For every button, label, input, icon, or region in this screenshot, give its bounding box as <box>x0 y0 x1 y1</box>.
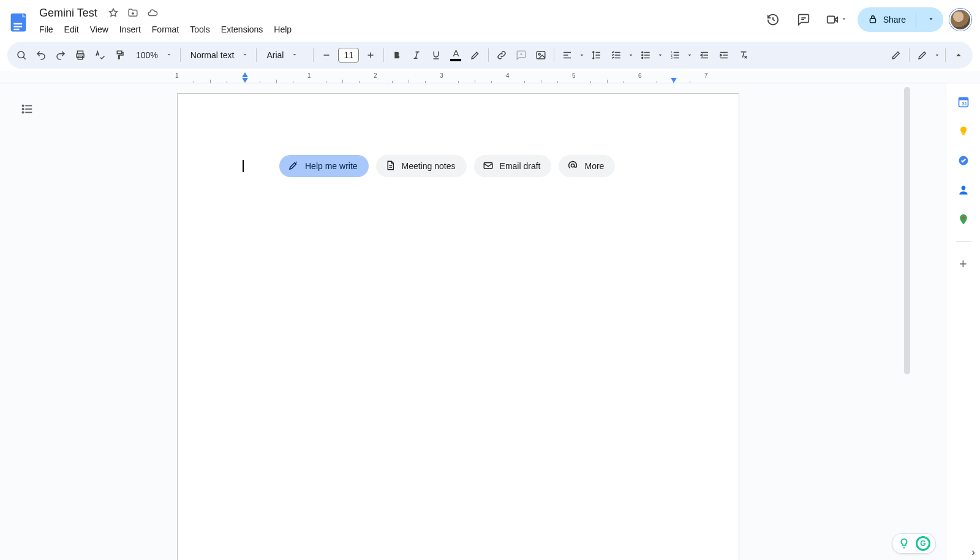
ruler-label: 1 <box>175 72 179 79</box>
first-line-indent-marker[interactable] <box>242 72 248 77</box>
ruler-label: 4 <box>506 72 510 79</box>
document-title[interactable]: Gemini Test <box>36 6 101 21</box>
align-icon[interactable] <box>558 46 576 64</box>
svg-rect-26 <box>962 134 964 135</box>
toolbar-separator <box>256 48 257 62</box>
numbered-list-icon[interactable]: 123 <box>666 46 684 64</box>
menu-extensions[interactable]: Extensions <box>216 22 268 37</box>
document-page[interactable]: Help me write Meeting notes Email draft <box>177 93 739 560</box>
menu-view[interactable]: View <box>85 22 113 37</box>
scrollbar-thumb[interactable] <box>904 87 910 374</box>
move-folder-icon[interactable] <box>126 6 140 20</box>
underline-icon[interactable] <box>427 46 445 64</box>
meet-button[interactable] <box>822 7 851 32</box>
ruler-label: 1 <box>307 72 311 79</box>
svg-point-28 <box>961 186 965 190</box>
insert-link-icon[interactable] <box>492 46 511 64</box>
bulleted-list-icon[interactable] <box>636 46 655 64</box>
font-size-increase-icon[interactable] <box>361 46 380 64</box>
decrease-indent-icon[interactable] <box>695 46 714 64</box>
paint-format-icon[interactable] <box>110 46 129 64</box>
highlight-color-icon[interactable] <box>466 46 484 64</box>
text-cursor <box>243 160 244 172</box>
side-panel-separator <box>956 241 971 242</box>
align-caret-icon[interactable] <box>578 46 586 64</box>
clear-formatting-icon[interactable] <box>734 46 753 64</box>
show-side-panel-icon[interactable]: › <box>971 546 975 559</box>
add-comment-icon[interactable] <box>512 46 530 64</box>
checklist-icon[interactable] <box>607 46 625 64</box>
calendar-icon[interactable]: 31 <box>956 94 971 109</box>
share-caret-icon[interactable] <box>921 15 941 25</box>
menu-tools[interactable]: Tools <box>185 22 215 37</box>
email-draft-label: Email draft <box>500 161 541 171</box>
email-draft-chip[interactable]: Email draft <box>474 155 552 177</box>
right-indent-marker[interactable] <box>671 78 677 83</box>
paragraph-style-select[interactable]: Normal text <box>184 46 253 64</box>
app-bar: Gemini Test File Edit View Insert Format… <box>0 0 980 39</box>
meet-caret-icon <box>840 14 848 25</box>
redo-icon[interactable] <box>51 46 70 64</box>
share-label: Share <box>883 15 906 25</box>
svg-rect-4 <box>827 17 834 23</box>
undo-icon[interactable] <box>32 46 50 64</box>
contacts-icon[interactable] <box>956 183 971 197</box>
menu-format[interactable]: Format <box>147 22 184 37</box>
toolbar-separator <box>313 48 314 62</box>
menu-edit[interactable]: Edit <box>59 22 84 37</box>
share-separator <box>916 12 916 27</box>
print-icon[interactable] <box>71 46 89 64</box>
numbered-caret-icon[interactable] <box>685 46 694 64</box>
star-icon[interactable] <box>106 6 121 20</box>
font-select[interactable]: Arial <box>260 46 309 64</box>
ruler-label: 6 <box>638 72 642 79</box>
italic-icon[interactable] <box>407 46 426 64</box>
svg-point-14 <box>642 58 643 59</box>
bold-icon[interactable] <box>388 46 406 64</box>
more-chip[interactable]: More <box>559 155 615 177</box>
tasks-icon[interactable] <box>956 153 971 168</box>
menu-help[interactable]: Help <box>269 22 296 37</box>
editing-mode-caret-icon[interactable] <box>933 46 941 64</box>
search-menus-icon[interactable] <box>12 46 31 64</box>
docs-logo-icon[interactable] <box>6 10 31 34</box>
left-indent-marker[interactable] <box>242 78 248 83</box>
page-scroll[interactable]: Help me write Meeting notes Email draft <box>0 83 946 560</box>
cloud-saved-icon[interactable] <box>145 6 160 20</box>
grammarly-icon[interactable]: G <box>916 536 930 551</box>
explore-bulb-icon[interactable] <box>897 537 911 550</box>
font-size-decrease-icon[interactable] <box>317 46 336 64</box>
style-caret-icon <box>241 50 249 60</box>
ruler[interactable]: 1 1 2 3 4 5 6 7 <box>177 71 739 83</box>
vertical-scrollbar[interactable] <box>903 83 911 560</box>
font-size-input[interactable]: 11 <box>338 48 359 62</box>
comments-icon[interactable] <box>791 7 816 32</box>
at-icon <box>567 160 578 173</box>
meeting-notes-chip[interactable]: Meeting notes <box>376 155 467 177</box>
menu-file[interactable]: File <box>34 22 58 37</box>
menu-insert[interactable]: Insert <box>115 22 146 37</box>
editing-mode-pen-icon[interactable] <box>887 46 905 64</box>
spellcheck-icon[interactable] <box>91 46 109 64</box>
insert-image-icon[interactable] <box>532 46 550 64</box>
svg-rect-3 <box>13 29 19 30</box>
editing-mode-dropdown-icon[interactable] <box>913 46 932 64</box>
svg-point-22 <box>571 164 575 167</box>
increase-indent-icon[interactable] <box>715 46 733 64</box>
last-edit-history-icon[interactable] <box>761 7 785 32</box>
hide-menus-icon[interactable] <box>949 46 968 64</box>
help-me-write-chip[interactable]: Help me write <box>279 155 369 177</box>
add-on-plus-icon[interactable]: + <box>956 257 971 271</box>
font-value: Arial <box>266 50 284 60</box>
checklist-caret-icon[interactable] <box>627 46 635 64</box>
zoom-select[interactable]: 100% <box>130 46 176 64</box>
bulleted-caret-icon[interactable] <box>656 46 665 64</box>
svg-text:31: 31 <box>962 101 967 107</box>
keep-icon[interactable] <box>956 124 971 138</box>
share-button[interactable]: Share <box>858 7 943 32</box>
text-color-icon[interactable]: A <box>447 46 465 64</box>
account-avatar[interactable] <box>949 9 971 31</box>
maps-icon[interactable] <box>956 212 971 227</box>
toolbar-separator <box>554 48 554 62</box>
line-spacing-icon[interactable] <box>587 46 606 64</box>
